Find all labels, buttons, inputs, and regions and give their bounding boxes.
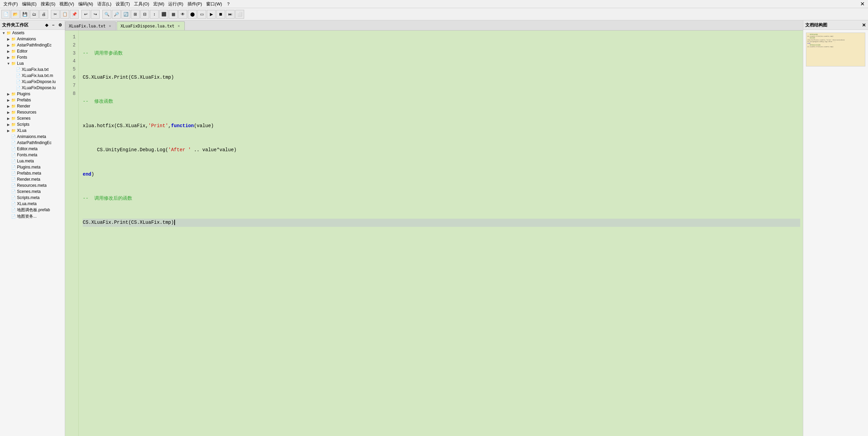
sidebar-item-fonts-meta[interactable]: 📄 Fonts.meta xyxy=(0,152,65,158)
sidebar-item-xlua-meta[interactable]: 📄 XLua.meta xyxy=(0,201,65,207)
right-panel-header: 文档结构图 ✕ xyxy=(803,20,868,30)
folder-icon: 📁 xyxy=(11,122,16,127)
sidebar-item-lua-meta[interactable]: 📄 Lua.meta xyxy=(0,158,65,164)
tree-label: XLuaFixDispose.lu xyxy=(21,79,56,84)
sidebar-item-assets[interactable]: ▼ 📁 Assets xyxy=(0,30,65,36)
tree-label: Assets xyxy=(12,31,24,35)
sidebar-item-editor[interactable]: ▶ 📁 Editor xyxy=(0,48,65,54)
minimap: -- 调用带参函数 CS.XLuaFix.Print(CS.XLuaFix.tm… xyxy=(806,33,865,66)
sidebar-item-astar-meta[interactable]: 📄 AstarPathfindingEc xyxy=(0,140,65,146)
sidebar-item-animaions[interactable]: ▶ 📁 Animaions xyxy=(0,36,65,42)
expand-icon xyxy=(11,85,16,90)
tab-close-icon[interactable]: ✕ xyxy=(107,24,112,28)
sidebar-item-scripts[interactable]: ▶ 📁 Scripts xyxy=(0,121,65,127)
expand-icon: ▶ xyxy=(6,116,11,121)
folder-icon: 📁 xyxy=(11,36,16,42)
menu-tools[interactable]: 工具(O) xyxy=(132,0,151,8)
toolbar-saveall[interactable]: 🗂 xyxy=(30,10,39,19)
code-content[interactable]: -- 调用带参函数 CS.XLuaFix.Print(CS.XLuaFix.tm… xyxy=(79,31,803,436)
toolbar-b11[interactable]: ⏭ xyxy=(226,10,235,19)
toolbar-findinnext[interactable]: 🔄 xyxy=(121,10,130,19)
sidebar-item-xluafixtm[interactable]: 📄 XLuaFix.lua.txt.m xyxy=(0,73,65,79)
sidebar-item-resources[interactable]: ▶ 📁 Resources xyxy=(0,109,65,115)
toolbar-b4[interactable]: ⬛ xyxy=(159,10,168,19)
expand-icon xyxy=(6,134,11,139)
toolbar-b9[interactable]: ▶ xyxy=(207,10,216,19)
right-panel-close-button[interactable]: ✕ xyxy=(862,22,866,28)
code-editor[interactable]: 1 2 3 4 5 6 7 8 -- 调用带参函数 CS.XLuaFix.Pri… xyxy=(65,31,803,436)
menu-file[interactable]: 文件(F) xyxy=(1,0,20,8)
menu-lang[interactable]: 语言(L) xyxy=(95,0,114,8)
tree-label: Scripts.meta xyxy=(16,195,40,200)
toolbar-b3[interactable]: ↕ xyxy=(150,10,159,19)
toolbar-b6[interactable]: 👁 xyxy=(178,10,187,19)
sidebar-settings-icon[interactable]: ⚙ xyxy=(57,22,63,28)
tree-label: Animaions xyxy=(16,37,36,41)
sidebar-item-map-prefab[interactable]: 📄 地图调色板.prefab xyxy=(0,207,65,213)
toolbar-paste[interactable]: 📌 xyxy=(70,10,79,19)
menu-encode[interactable]: 编码(N) xyxy=(76,0,95,8)
sidebar-item-xluafix[interactable]: 📄 XLuaFix.lua.txt xyxy=(0,66,65,73)
toolbar-save[interactable]: 💾 xyxy=(20,10,29,19)
toolbar-cut[interactable]: ✂ xyxy=(51,10,60,19)
menu-settings[interactable]: 设置(T) xyxy=(114,0,132,8)
tree-label: Render.meta xyxy=(16,177,40,182)
sidebar-collapse-icon[interactable]: − xyxy=(51,22,56,28)
sidebar-item-xluafixdm[interactable]: 📄 XLuaFixDispose.lu xyxy=(0,85,65,91)
sidebar-title: 文件夹工作区 xyxy=(2,22,28,28)
sidebar-item-prefabs[interactable]: ▶ 📁 Prefabs xyxy=(0,97,65,103)
sidebar-item-xlua[interactable]: ▶ 📁 XLua xyxy=(0,127,65,134)
toolbar-open[interactable]: 📂 xyxy=(11,10,20,19)
sidebar-item-editor-meta[interactable]: 📄 Editor.meta xyxy=(0,146,65,152)
window-close-button[interactable]: ✕ xyxy=(858,1,867,7)
menu-plugins[interactable]: 插件(P) xyxy=(185,0,204,8)
toolbar-undo[interactable]: ↩ xyxy=(81,10,90,19)
expand-icon: ▼ xyxy=(6,61,11,66)
sidebar-item-fonts[interactable]: ▶ 📁 Fonts xyxy=(0,54,65,60)
sidebar-item-resources-meta[interactable]: 📄 Resources.meta xyxy=(0,182,65,189)
toolbar-redo[interactable]: ↪ xyxy=(91,10,100,19)
menu-help[interactable]: ？ xyxy=(224,0,233,8)
toolbar-b2[interactable]: ⊟ xyxy=(140,10,149,19)
sidebar-item-map2[interactable]: 📄 地图资务... xyxy=(0,213,65,220)
menu-macro[interactable]: 宏(M) xyxy=(151,0,166,8)
toolbar-new[interactable]: 📄 xyxy=(1,10,10,19)
toolbar-b1[interactable]: ⊞ xyxy=(131,10,140,19)
menu-view[interactable]: 视图(V) xyxy=(57,0,76,8)
toolbar-b10[interactable]: ⏹ xyxy=(216,10,225,19)
tab-close-icon[interactable]: ✕ xyxy=(176,24,181,28)
menu-edit[interactable]: 编辑(E) xyxy=(20,0,39,8)
sidebar-item-scenes-meta[interactable]: 📄 Scenes.meta xyxy=(0,189,65,195)
menu-search[interactable]: 搜索(S) xyxy=(39,0,57,8)
sidebar-item-prefabs-meta[interactable]: 📄 Prefabs.meta xyxy=(0,170,65,176)
sidebar-item-plugins-meta[interactable]: 📄 Plugins.meta xyxy=(0,164,65,170)
toolbar-findreplace[interactable]: 🔎 xyxy=(112,10,121,19)
tab-label: XLuaFix.lua.txt xyxy=(69,24,105,28)
sidebar-pin-icon[interactable]: ◆ xyxy=(44,22,49,28)
toolbar-find[interactable]: 🔍 xyxy=(102,10,111,19)
sidebar-item-animaions-meta[interactable]: 📄 Animaions.meta xyxy=(0,134,65,140)
sidebar-item-astar[interactable]: ▶ 📁 AstarPathfindingEc xyxy=(0,42,65,48)
toolbar-b5[interactable]: ▦ xyxy=(169,10,178,19)
sidebar-item-lua[interactable]: ▼ 📁 Lua xyxy=(0,60,65,66)
sidebar-item-render[interactable]: ▶ 📁 Render xyxy=(0,103,65,109)
tree-label: XLua xyxy=(16,128,26,133)
tab-xluafixdispose[interactable]: XLuaFixDispose.lua.txt ✕ xyxy=(117,21,185,30)
tree-label: Prefabs xyxy=(16,98,31,102)
toolbar-b7[interactable]: ⬤ xyxy=(188,10,197,19)
sidebar-item-render-meta[interactable]: 📄 Render.meta xyxy=(0,176,65,182)
code-line-2: CS.XLuaFix.Print(CS.XLuaFix.tmp) xyxy=(83,74,800,82)
tree-label: Lua.meta xyxy=(16,159,34,163)
tab-xluafix[interactable]: XLuaFix.lua.txt ✕ xyxy=(65,21,116,30)
menu-window[interactable]: 窗口(W) xyxy=(204,0,224,8)
sidebar-item-scenes[interactable]: ▶ 📁 Scenes xyxy=(0,115,65,121)
expand-icon xyxy=(6,165,11,170)
menu-run[interactable]: 运行(R) xyxy=(166,0,185,8)
toolbar-b12[interactable]: ⬜ xyxy=(235,10,244,19)
sidebar-item-plugins[interactable]: ▶ 📁 Plugins xyxy=(0,91,65,97)
toolbar-print[interactable]: 🖨 xyxy=(39,10,48,19)
sidebar-item-scripts-meta[interactable]: 📄 Scripts.meta xyxy=(0,195,65,201)
sidebar-item-xluafixd[interactable]: 📄 XLuaFixDispose.lu xyxy=(0,79,65,85)
toolbar-copy[interactable]: 📋 xyxy=(60,10,69,19)
toolbar-b8[interactable]: ▭ xyxy=(197,10,206,19)
